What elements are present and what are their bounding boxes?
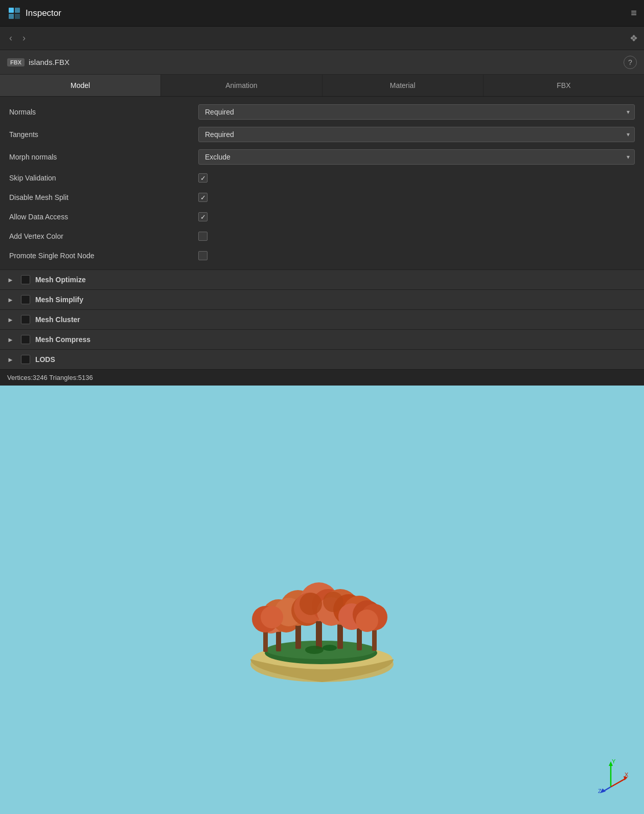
checkbox-lods[interactable] [21, 355, 30, 364]
file-name: islands.FBX [29, 58, 70, 66]
section-mesh-compress[interactable]: ► Mesh Compress [0, 329, 644, 349]
svg-text:Y: Y [612, 759, 616, 764]
tabs-bar: Model Animation Material FBX [0, 75, 644, 97]
island-model [235, 526, 409, 700]
axis-gizmo: Y X Z [593, 759, 629, 795]
nav-arrows: ‹ › [6, 31, 29, 46]
svg-point-34 [300, 593, 322, 615]
svg-text:X: X [625, 772, 629, 778]
svg-rect-3 [15, 14, 20, 19]
prop-promote-single-root: Promote Single Root Node [0, 246, 644, 265]
prop-morph-normals: Morph normals Exclude Include ▾ [0, 146, 644, 168]
checkbox-mesh-optimize[interactable] [21, 275, 30, 284]
inspector-icon [7, 6, 21, 20]
axis-gizmo-svg: Y X Z [593, 759, 629, 795]
prop-label-normals: Normals [9, 108, 198, 116]
prop-value-tangents: Required Import Calculate None ▾ [198, 127, 635, 142]
pin-icon[interactable]: ❖ [630, 33, 638, 44]
section-mesh-simplify[interactable]: ► Mesh Simplify [0, 289, 644, 309]
prop-label-tangents: Tangents [9, 130, 198, 139]
svg-text:Z: Z [598, 788, 602, 794]
prop-label-add-vertex-color: Add Vertex Color [9, 232, 198, 240]
prop-label-skip-validation: Skip Validation [9, 174, 198, 182]
back-arrow[interactable]: ‹ [6, 31, 15, 46]
section-mesh-optimize[interactable]: ► Mesh Optimize [0, 269, 644, 289]
nav-bar: ‹ › ❖ [0, 27, 644, 50]
disable-mesh-split-checkbox[interactable] [198, 193, 208, 202]
checkbox-mesh-compress[interactable] [21, 335, 30, 344]
tab-model[interactable]: Model [0, 75, 161, 96]
allow-data-access-checkbox[interactable] [198, 212, 208, 221]
label-mesh-compress: Mesh Compress [35, 335, 90, 344]
label-mesh-cluster: Mesh Cluster [35, 315, 80, 324]
prop-label-allow-data-access: Allow Data Access [9, 213, 198, 221]
tangents-dropdown-wrapper: Required Import Calculate None ▾ [198, 127, 635, 142]
prop-label-morph-normals: Morph normals [9, 153, 198, 161]
normals-dropdown[interactable]: Required Import Calculate None [198, 104, 635, 120]
prop-value-skip-validation [198, 173, 635, 183]
tangents-dropdown[interactable]: Required Import Calculate None [198, 127, 635, 142]
header-bar: Inspector ≡ [0, 0, 644, 27]
add-vertex-color-checkbox[interactable] [198, 232, 208, 241]
properties-panel: Normals Required Import Calculate None ▾… [0, 97, 644, 269]
normals-dropdown-wrapper: Required Import Calculate None ▾ [198, 104, 635, 120]
prop-skip-validation: Skip Validation [0, 168, 644, 188]
section-mesh-cluster[interactable]: ► Mesh Cluster [0, 309, 644, 329]
prop-label-disable-mesh-split: Disable Mesh Split [9, 193, 198, 201]
prop-disable-mesh-split: Disable Mesh Split [0, 188, 644, 207]
promote-single-root-checkbox[interactable] [198, 251, 208, 260]
stats-text: Vertices:3246 Triangles:5136 [7, 374, 93, 381]
svg-point-33 [261, 606, 283, 628]
svg-rect-1 [15, 8, 20, 13]
stats-bar: Vertices:3246 Triangles:5136 [0, 369, 644, 386]
svg-rect-2 [9, 14, 14, 19]
svg-line-41 [611, 778, 626, 787]
header-title: Inspector [26, 8, 61, 18]
file-bar: FBX islands.FBX ? [0, 50, 644, 75]
forward-arrow[interactable]: › [19, 31, 29, 46]
tab-material[interactable]: Material [323, 75, 484, 96]
svg-rect-0 [9, 8, 14, 13]
morph-normals-dropdown-wrapper: Exclude Include ▾ [198, 149, 635, 165]
prop-value-morph-normals: Exclude Include ▾ [198, 149, 635, 165]
checkbox-mesh-simplify[interactable] [21, 295, 30, 304]
prop-value-promote-single-root [198, 251, 635, 260]
chevron-mesh-cluster: ► [7, 316, 14, 324]
svg-point-30 [356, 609, 378, 632]
prop-normals: Normals Required Import Calculate None ▾ [0, 101, 644, 123]
prop-add-vertex-color: Add Vertex Color [0, 227, 644, 246]
checkbox-mesh-cluster[interactable] [21, 315, 30, 324]
file-info: FBX islands.FBX [7, 58, 70, 66]
tab-animation[interactable]: Animation [161, 75, 322, 96]
menu-icon[interactable]: ≡ [631, 7, 637, 19]
label-mesh-optimize: Mesh Optimize [35, 276, 86, 284]
prop-allow-data-access: Allow Data Access [0, 207, 644, 227]
tab-fbx[interactable]: FBX [484, 75, 644, 96]
svg-point-37 [323, 645, 337, 651]
section-lods[interactable]: ► LODS [0, 349, 644, 369]
prop-value-add-vertex-color [198, 232, 635, 241]
file-tag: FBX [7, 58, 25, 66]
prop-value-allow-data-access [198, 212, 635, 221]
label-lods: LODS [35, 355, 55, 364]
chevron-mesh-optimize: ► [7, 276, 14, 284]
chevron-lods: ► [7, 356, 14, 364]
morph-normals-dropdown[interactable]: Exclude Include [198, 149, 635, 165]
collapsible-sections: ► Mesh Optimize ► Mesh Simplify ► Mesh C… [0, 269, 644, 369]
prop-label-promote-single-root: Promote Single Root Node [9, 252, 198, 260]
skip-validation-checkbox[interactable] [198, 173, 208, 183]
label-mesh-simplify: Mesh Simplify [35, 296, 83, 304]
preview-area: Y X Z [0, 386, 644, 814]
chevron-mesh-simplify: ► [7, 296, 14, 304]
help-button[interactable]: ? [624, 56, 637, 69]
svg-point-35 [323, 592, 343, 612]
prop-tangents: Tangents Required Import Calculate None … [0, 123, 644, 146]
prop-value-normals: Required Import Calculate None ▾ [198, 104, 635, 120]
svg-point-36 [305, 646, 324, 654]
prop-value-disable-mesh-split [198, 193, 635, 202]
header-left: Inspector [7, 6, 61, 20]
chevron-mesh-compress: ► [7, 336, 14, 344]
